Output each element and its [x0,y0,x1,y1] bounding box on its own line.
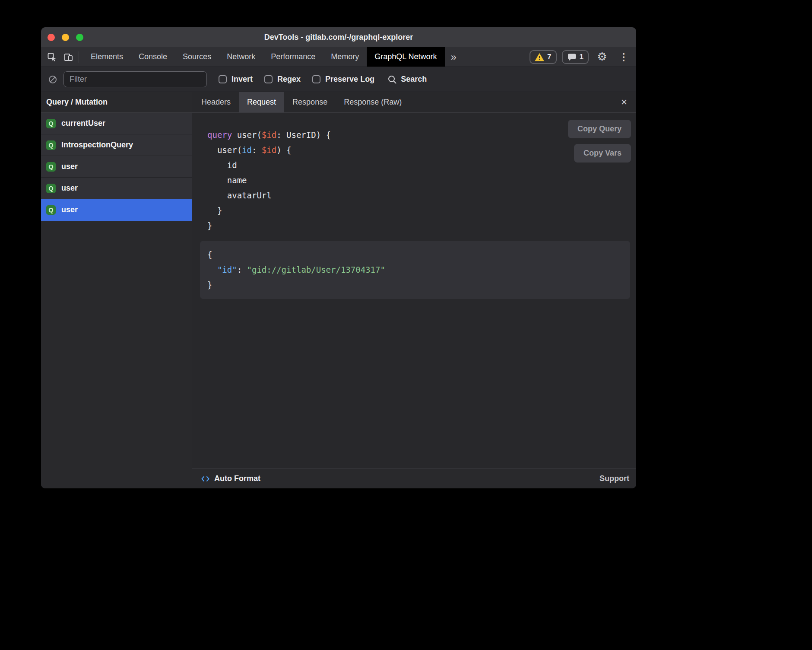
inspect-cursor-icon [47,52,57,62]
code-line: } [207,277,623,293]
query-list: QcurrentUserQIntrospectionQueryQuserQuse… [41,113,192,488]
detail-tabs: HeadersRequestResponseResponse (Raw) [193,92,410,112]
inspect-element-button[interactable] [44,49,60,65]
checkbox-label: Preserve Log [325,75,374,84]
auto-format-button[interactable]: Auto Format [201,474,260,483]
window-controls [41,34,83,41]
tab-memory[interactable]: Memory [323,47,367,67]
devtools-tabs: ElementsConsoleSourcesNetworkPerformance… [83,47,445,67]
query-list-item-currentuser[interactable]: QcurrentUser [41,113,192,134]
tab-performance[interactable]: Performance [263,47,323,67]
code-line: } [207,218,636,233]
message-count: 1 [580,53,584,61]
search-icon [387,75,397,84]
detail-tab-request[interactable]: Request [239,92,284,112]
query-sidebar: Query / Mutation QcurrentUserQIntrospect… [41,92,192,488]
detail-panel-header: HeadersRequestResponseResponse (Raw) ✕ [192,92,636,113]
code-line: user(id: $id) { [207,143,636,158]
code-line: avatarUrl [207,188,636,203]
warning-count: 7 [547,53,551,61]
checkbox-invert[interactable]: Invert [219,75,253,84]
detail-tab-response[interactable]: Response [284,92,336,112]
query-list-item-user[interactable]: Quser [41,178,192,199]
warnings-badge[interactable]: 7 [530,50,556,64]
devtools-window: DevTools - gitlab.com/-/graphql-explorer… [41,27,636,488]
query-type-badge: Q [46,119,56,128]
query-list-item-introspectionquery[interactable]: QIntrospectionQuery [41,134,192,156]
query-label: IntrospectionQuery [61,140,133,150]
checkbox-preserve-log[interactable]: Preserve Log [312,75,374,84]
message-bubble-icon [567,52,577,62]
filter-toolbar: InvertRegexPreserve Log Search [41,67,636,92]
toolbar-divider [79,51,79,63]
kebab-menu-icon[interactable]: ⋮ [615,49,632,65]
filter-input[interactable] [63,71,207,87]
query-type-badge: Q [46,205,56,215]
warning-triangle-icon [535,52,544,62]
detail-panel: HeadersRequestResponseResponse (Raw) ✕ q… [192,92,636,488]
minimize-window-button[interactable] [62,34,69,41]
detail-tab-response-raw[interactable]: Response (Raw) [336,92,410,112]
settings-gear-icon[interactable]: ⚙ [594,49,610,65]
code-format-icon [201,475,210,483]
copy-vars-button[interactable]: Copy Vars [574,144,631,162]
auto-format-label: Auto Format [214,474,260,483]
close-window-button[interactable] [48,34,55,41]
query-label: user [61,162,78,171]
device-toolbar-button[interactable] [60,49,76,65]
request-variables-box: { "id": "gid://gitlab/User/13704317"} [200,241,630,299]
query-type-badge: Q [46,162,56,172]
clear-button[interactable] [45,71,60,88]
request-panel-body: query user($id: UserID) { user(id: $id) … [192,113,636,468]
close-panel-button[interactable]: ✕ [619,96,629,108]
device-toolbar-icon [63,52,73,62]
code-line: name [207,173,636,188]
query-label: user [61,184,78,193]
main-area: Query / Mutation QcurrentUserQIntrospect… [41,92,636,488]
more-tabs-button[interactable]: » [445,52,463,62]
detail-tab-headers[interactable]: Headers [193,92,239,112]
issues-badge[interactable]: 1 [562,50,589,64]
checkbox-regex[interactable]: Regex [264,75,301,84]
checkbox-box[interactable] [219,75,227,83]
tabbar-right-cluster: 7 1 ⚙ ⋮ [530,49,632,65]
code-line: id [207,158,636,173]
sidebar-header: Query / Mutation [41,92,192,113]
query-label: user [61,205,78,214]
tab-elements[interactable]: Elements [83,47,131,67]
tab-console[interactable]: Console [131,47,175,67]
zoom-window-button[interactable] [76,34,83,41]
query-list-item-user[interactable]: Quser [41,199,192,221]
search-toggle-button[interactable]: Search [387,75,427,84]
filter-checkboxes: InvertRegexPreserve Log [207,75,374,84]
tab-graphql-network[interactable]: GraphQL Network [367,47,444,67]
checkbox-box[interactable] [264,75,273,83]
query-type-badge: Q [46,184,56,193]
tab-network[interactable]: Network [219,47,263,67]
titlebar: DevTools - gitlab.com/-/graphql-explorer [41,27,636,47]
query-list-item-user[interactable]: Quser [41,156,192,178]
query-label: currentUser [61,119,105,128]
support-link[interactable]: Support [599,474,629,483]
code-line: "id": "gid://gitlab/User/13704317" [207,262,623,277]
checkbox-label: Invert [232,75,253,84]
code-line: { [207,247,623,262]
panel-statusbar: Auto Format Support [192,468,636,488]
search-label: Search [401,75,427,84]
devtools-tabbar: ElementsConsoleSourcesNetworkPerformance… [41,47,636,67]
query-type-badge: Q [46,140,56,150]
code-line: } [207,203,636,218]
window-title: DevTools - gitlab.com/-/graphql-explorer [41,33,636,42]
block-icon [48,75,57,84]
copy-query-button[interactable]: Copy Query [568,120,631,138]
checkbox-label: Regex [277,75,301,84]
tab-sources[interactable]: Sources [175,47,219,67]
checkbox-box[interactable] [312,75,320,83]
